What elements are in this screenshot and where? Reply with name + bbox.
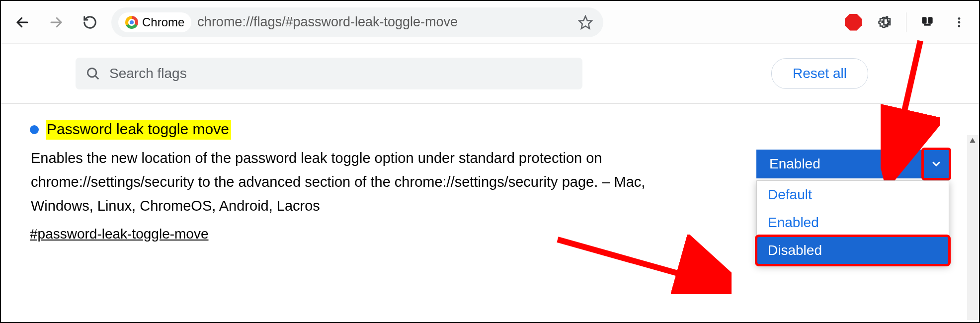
adblock-icon[interactable] xyxy=(842,11,864,33)
dropdown-option-disabled[interactable]: Disabled xyxy=(757,237,949,264)
dropdown-selected[interactable]: Enabled xyxy=(756,150,949,178)
toolbar-right xyxy=(842,11,970,33)
dropdown-list: Default Enabled Disabled xyxy=(756,180,949,265)
chrome-chip-label: Chrome xyxy=(142,15,184,29)
dropdown-option-enabled[interactable]: Enabled xyxy=(757,209,949,237)
svg-marker-2 xyxy=(579,16,592,28)
modified-indicator-icon xyxy=(30,125,39,134)
svg-point-9 xyxy=(87,68,96,77)
toolbar-divider xyxy=(906,12,906,32)
flags-header: Search flags Reset all xyxy=(1,44,979,104)
bookmark-star-icon[interactable] xyxy=(574,11,596,33)
reset-all-button[interactable]: Reset all xyxy=(771,58,868,89)
svg-point-8 xyxy=(958,25,961,27)
flag-text-block: Password leak toggle move Enables the ne… xyxy=(30,120,756,242)
flag-entry: Password leak toggle move Enables the ne… xyxy=(1,104,979,242)
flag-title: Password leak toggle move xyxy=(46,120,231,140)
svg-point-7 xyxy=(958,21,961,23)
account-icon[interactable] xyxy=(916,11,938,33)
svg-rect-4 xyxy=(928,17,932,23)
flag-dropdown[interactable]: Enabled Default Enabled Disabled xyxy=(756,150,949,242)
svg-rect-5 xyxy=(924,23,930,25)
flag-title-row: Password leak toggle move xyxy=(30,120,736,140)
svg-point-6 xyxy=(958,17,961,20)
forward-button[interactable] xyxy=(44,10,69,35)
annotation-arrow-bottom xyxy=(553,235,732,294)
svg-marker-15 xyxy=(970,138,975,143)
flag-description: Enables the new location of the password… xyxy=(30,147,686,218)
svg-line-10 xyxy=(95,76,98,79)
flag-anchor-link[interactable]: #password-leak-toggle-move xyxy=(30,226,209,242)
reload-button[interactable] xyxy=(78,10,102,35)
chrome-chip: Chrome xyxy=(118,12,191,32)
dropdown-selected-label: Enabled xyxy=(769,156,820,172)
chrome-logo-icon xyxy=(125,16,138,29)
reset-all-label: Reset all xyxy=(793,66,847,81)
url-text: chrome://flags/#password-leak-toggle-mov… xyxy=(197,14,458,30)
extensions-icon[interactable] xyxy=(874,11,896,33)
svg-line-14 xyxy=(558,240,717,284)
svg-rect-3 xyxy=(922,17,926,23)
dropdown-chevron-highlight[interactable] xyxy=(921,148,951,180)
back-button[interactable] xyxy=(10,10,35,35)
address-bar[interactable]: Chrome chrome://flags/#password-leak-tog… xyxy=(111,7,603,37)
browser-toolbar: Chrome chrome://flags/#password-leak-tog… xyxy=(1,1,979,44)
search-flags-placeholder: Search flags xyxy=(109,66,187,81)
scroll-up-icon xyxy=(969,137,976,144)
search-flags-input[interactable]: Search flags xyxy=(76,58,582,89)
vertical-scrollbar[interactable] xyxy=(967,135,978,320)
chevron-down-icon xyxy=(930,158,942,170)
menu-button[interactable] xyxy=(948,11,970,33)
search-icon xyxy=(85,66,100,81)
dropdown-option-default[interactable]: Default xyxy=(757,181,949,209)
